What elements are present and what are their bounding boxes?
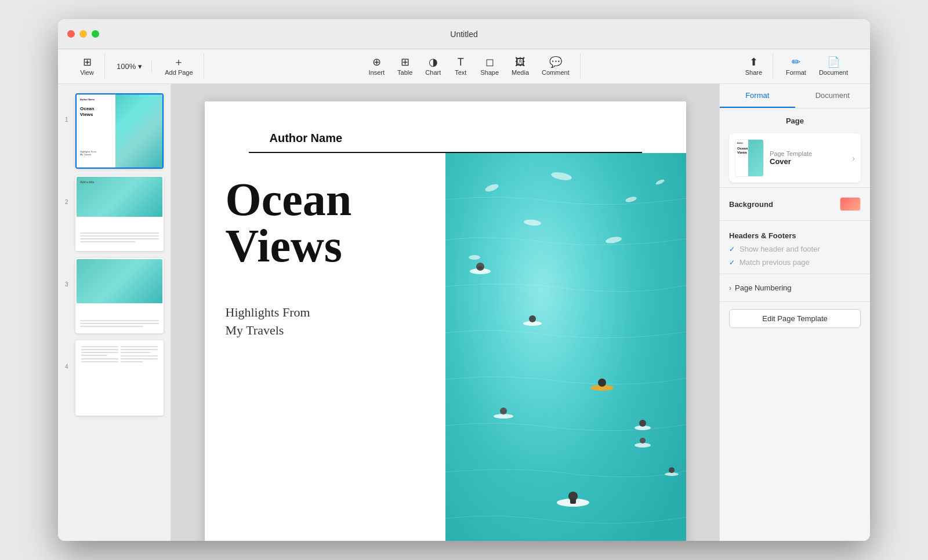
divider-1 [720,187,870,188]
shape-label: Shape [480,69,499,76]
insert-button[interactable]: ⊕ Insert [363,53,391,79]
page-canvas: Author Name Ocean Views Highlights From … [205,101,686,541]
page-4-container: 4 [65,340,164,416]
svg-point-12 [529,315,536,322]
page-4-thumb[interactable] [75,340,164,416]
right-panel: Format Document Page Author OceanViews P… [719,84,870,541]
page-3-number: 3 [65,258,71,288]
window-title: Untitled [450,30,477,39]
app-window: Untitled ⊞ View 100% ▾ ＋ Add Page ⊕ I [58,19,870,541]
ocean-photo: 🖼 [445,153,686,541]
svg-point-23 [640,438,646,443]
page-3-thumb[interactable] [75,258,164,333]
template-value: Cover [770,157,846,166]
format-label: Format [786,69,806,76]
svg-point-18 [639,420,646,427]
page-subtitle[interactable]: Highlights From My Travels [226,304,425,340]
page-1-container: 1 Author Name OceanViews Highlights From… [65,93,164,169]
template-thumbnail: Author OceanViews [735,139,764,177]
show-header-checkmark-icon: ✓ [729,245,735,253]
svg-point-15 [494,414,513,419]
page-numbering-row[interactable]: › Page Numbering [720,279,870,297]
format-button[interactable]: ✏ Format [780,53,812,79]
chart-button[interactable]: ◑ Chart [419,53,447,79]
match-previous-label[interactable]: Match previous page [740,258,810,267]
zoom-value: 100% [117,62,136,71]
toolbar-group-zoom: 100% ▾ [107,60,152,73]
divider-2 [720,220,870,221]
media-button[interactable]: 🖼 Media [506,53,535,79]
svg-point-25 [669,467,675,473]
maximize-button[interactable] [92,30,99,38]
text-label: Text [455,69,466,76]
text-button[interactable]: T Text [448,53,473,79]
page-1-thumb[interactable]: Author Name OceanViews Highlights FromMy… [75,93,164,169]
pages-sidebar: 1 Author Name OceanViews Highlights From… [58,84,171,541]
background-label: Background [729,200,773,209]
document-button[interactable]: 📄 Document [813,53,854,79]
title-line2: Views [226,220,342,271]
page-2-container: 2 Add a title [65,176,164,251]
show-header-footer-label[interactable]: Show header and footer [740,245,820,253]
shape-button[interactable]: ◻ Shape [474,53,505,79]
traffic-lights [67,30,99,38]
tab-format[interactable]: Format [720,84,795,108]
page-main-title[interactable]: Ocean Views [226,176,425,269]
edit-template-button[interactable]: Edit Page Template [729,309,861,328]
zoom-control[interactable]: 100% ▾ [112,60,147,73]
match-previous-checkmark-icon: ✓ [729,259,735,267]
background-row: Background [720,192,870,216]
chart-label: Chart [425,69,441,76]
background-swatch[interactable] [840,197,861,211]
template-label: Page Template [770,150,846,157]
view-button[interactable]: ⊞ View [74,53,100,79]
toolbar-group-share: ⬆ Share [735,53,773,79]
panel-content: Page Author OceanViews Page Template Cov… [720,108,870,541]
page-1-number: 1 [65,93,71,123]
minimize-button[interactable] [79,30,87,38]
add-page-label: Add Page [165,69,193,76]
template-card[interactable]: Author OceanViews Page Template Cover › [729,133,861,183]
ocean-svg [445,153,686,541]
comment-button[interactable]: 💬 Comment [536,53,575,79]
main-area: 1 Author Name OceanViews Highlights From… [58,84,870,541]
toolbar-group-view: ⊞ View [70,53,105,79]
zoom-chevron-icon: ▾ [138,62,142,71]
svg-rect-21 [570,499,576,504]
chart-icon: ◑ [429,57,438,67]
toolbar-group-addpage: ＋ Add Page [154,53,204,79]
table-button[interactable]: ⊞ Table [392,53,418,79]
media-icon: 🖼 [515,57,525,67]
svg-point-14 [598,379,606,387]
panel-tabs: Format Document [720,84,870,108]
share-label: Share [745,69,762,76]
toolbar-group-format-doc: ✏ Format 📄 Document [775,53,858,79]
page-4-number: 4 [65,340,71,370]
svg-point-22 [635,443,651,448]
svg-point-10 [477,266,483,270]
author-name[interactable]: Author Name [249,118,642,153]
comment-icon: 💬 [549,57,562,67]
headers-footers-title: Headers & Footers [720,226,870,242]
media-label: Media [512,69,529,76]
canvas-area: Author Name Ocean Views Highlights From … [171,84,719,541]
panel-section-title: Page [720,108,870,129]
page-2-thumb[interactable]: Add a title [75,176,164,251]
subtitle-line1: Highlights From [226,305,310,319]
document-icon: 📄 [827,57,840,67]
match-previous-row: ✓ Match previous page [720,256,870,269]
share-icon: ⬆ [749,57,758,67]
close-button[interactable] [67,30,75,38]
tab-document[interactable]: Document [795,84,871,108]
page-2-number: 2 [65,176,71,205]
toolbar: ⊞ View 100% ▾ ＋ Add Page ⊕ Insert ⊞ T [58,49,870,84]
divider-3 [720,274,870,274]
share-button[interactable]: ⬆ Share [740,53,768,79]
table-label: Table [397,69,412,76]
add-page-button[interactable]: ＋ Add Page [159,53,198,79]
page-numbering-label: Page Numbering [735,283,792,292]
text-icon: T [458,57,464,67]
title-line1: Ocean [226,174,352,225]
template-chevron-icon: › [852,154,855,163]
expand-arrow-icon: › [729,284,731,292]
